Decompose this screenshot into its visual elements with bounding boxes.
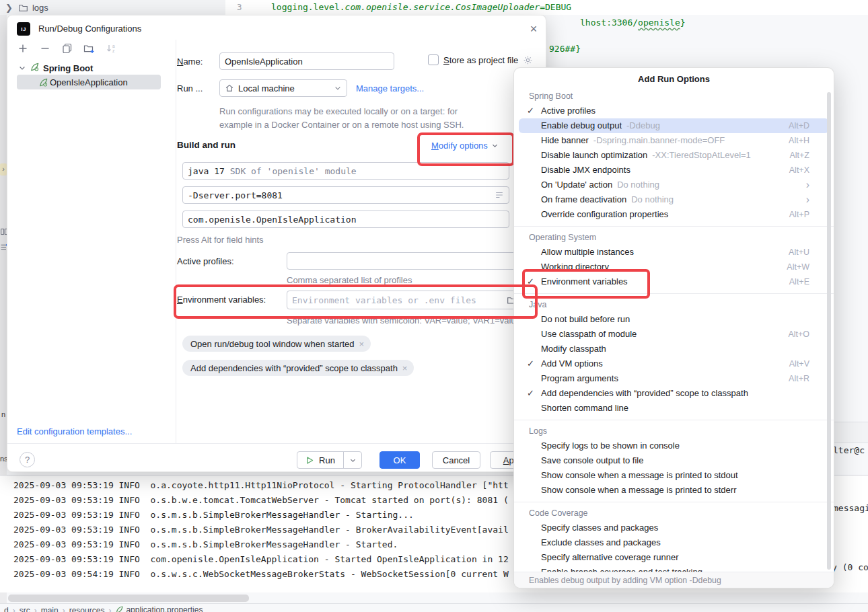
menu-item[interactable]: Working directoryAlt+W: [519, 260, 829, 274]
menu-item[interactable]: Shorten command line: [519, 401, 829, 416]
menu-item[interactable]: ✓Add VM optionsAlt+V: [519, 356, 829, 371]
menu-item-shortcut: Alt+U: [789, 245, 809, 260]
active-profiles-input[interactable]: [287, 252, 519, 270]
chevron-down-icon[interactable]: [18, 64, 26, 72]
option-chip[interactable]: Open run/debug tool window when started×: [182, 336, 371, 352]
remove-configuration-button[interactable]: [39, 43, 50, 54]
run-target-select[interactable]: Local machine: [219, 79, 347, 97]
menu-item[interactable]: Exclude classes and packages: [519, 535, 829, 550]
jre-field[interactable]: java 17SDK of 'openisle' module: [182, 162, 509, 180]
menu-item-label: Do not build before run: [541, 312, 630, 327]
panel-separator: [176, 40, 176, 443]
menu-item[interactable]: Show console when a message is printed t…: [519, 483, 829, 498]
menu-item-label: Enable debug output: [541, 118, 622, 133]
menu-item-shortcut: Alt+V: [789, 356, 809, 371]
menu-section-header: Java: [519, 298, 829, 312]
console-fragment: lter@c: [833, 445, 865, 455]
edit-configuration-templates-link[interactable]: Edit configuration templates...: [17, 426, 132, 436]
modify-options-link[interactable]: Modify options: [431, 141, 499, 151]
menu-item[interactable]: On frame deactivationDo nothing›: [519, 192, 829, 207]
menu-item-detail: Do nothing: [617, 178, 659, 192]
menu-item[interactable]: ✓Active profiles: [519, 104, 829, 118]
name-input[interactable]: OpenIsleApplication: [219, 52, 394, 70]
cancel-button[interactable]: Cancel: [432, 451, 480, 469]
menu-item[interactable]: Program argumentsAlt+R: [519, 371, 829, 386]
editor-code-fragment: 926##}: [549, 44, 581, 54]
add-configuration-button[interactable]: [17, 43, 28, 54]
todo-list-icon[interactable]: [0, 242, 7, 254]
ide-window: ❯ logs 3 logging.level.com.openisle.serv…: [0, 0, 868, 612]
menu-item-label: Working directory: [541, 260, 609, 274]
checkmark-icon: ✓: [527, 104, 534, 118]
menu-item[interactable]: Specify alternative coverage runner: [519, 550, 829, 565]
copy-configuration-button[interactable]: [61, 43, 73, 54]
breadcrumb-item[interactable]: src: [20, 606, 30, 612]
checkmark-icon: ✓: [527, 386, 534, 401]
house-icon: [225, 83, 234, 93]
breadcrumb-item[interactable]: main: [41, 606, 59, 612]
console-line: 2025-09-03 09:53:19 INFO o.s.m.s.b.Simpl…: [13, 523, 509, 537]
environment-variables-input[interactable]: Environment variables or .env files: [287, 291, 522, 309]
editor-code-line: logging.level.com.openisle.service.CosIm…: [271, 2, 571, 12]
menu-item-shortcut: Alt+W: [787, 260, 809, 274]
run-button[interactable]: Run: [297, 451, 362, 469]
vertical-scrollbar[interactable]: [827, 92, 831, 570]
menu-item-label: Environment variables: [541, 274, 628, 289]
store-checkbox[interactable]: [428, 54, 439, 65]
folder-icon: [18, 3, 28, 13]
main-class-field[interactable]: com.openisle.OpenIsleApplication: [182, 211, 509, 228]
menu-item[interactable]: ✓Environment variablesAlt+E: [519, 274, 829, 289]
run-dropdown-chevron-icon[interactable]: [343, 452, 361, 468]
checkmark-icon: ✓: [527, 356, 534, 371]
menu-item[interactable]: Override configuration propertiesAlt+P: [519, 207, 829, 222]
menu-item[interactable]: Disable launch optimization-XX:TieredSto…: [519, 148, 829, 163]
remove-chip-icon[interactable]: ×: [359, 339, 365, 349]
close-icon[interactable]: ×: [526, 21, 542, 37]
menu-item[interactable]: Save console output to file: [519, 453, 829, 468]
menu-item[interactable]: Modify classpath: [519, 342, 829, 356]
menu-section: Operating SystemAllow multiple instances…: [514, 226, 834, 289]
menu-item[interactable]: On 'Update' actionDo nothing›: [519, 178, 829, 192]
breadcrumb-item[interactable]: application.properties: [115, 605, 203, 612]
vm-options-field[interactable]: -Dserver.port=8081: [182, 186, 509, 204]
menu-item-label: On frame deactivation: [541, 192, 626, 207]
manage-targets-link[interactable]: Manage targets...: [356, 83, 424, 93]
menu-item[interactable]: ✓Add dependencies with “provided” scope …: [519, 386, 829, 401]
expand-field-icon[interactable]: [495, 190, 504, 200]
menu-item[interactable]: Disable JMX endpointsAlt+X: [519, 163, 829, 178]
tree-item-openisleapplication[interactable]: OpenIsleApplication: [17, 75, 161, 89]
book-icon[interactable]: [0, 227, 7, 239]
option-chip[interactable]: Add dependencies with “provided” scope t…: [182, 360, 414, 376]
store-checkbox-label: Store as project file: [443, 55, 518, 65]
stripe-chevron-icon[interactable]: ›: [0, 163, 7, 176]
line-number: 3: [237, 2, 242, 12]
console-line: 2025-09-03 09:53:19 INFO o.s.m.s.b.Simpl…: [13, 508, 414, 523]
horizontal-scrollbar[interactable]: [8, 595, 249, 602]
ok-button[interactable]: OK: [379, 451, 420, 469]
breadcrumb-item[interactable]: resources: [69, 606, 105, 612]
menu-item[interactable]: Show console when a message is printed t…: [519, 468, 829, 483]
menu-item-label: Allow multiple instances: [541, 245, 634, 260]
breadcrumb-item[interactable]: d: [4, 606, 9, 612]
gear-icon[interactable]: [523, 55, 533, 65]
menu-item-shortcut: Alt+D: [789, 118, 809, 133]
help-icon[interactable]: ?: [20, 452, 35, 467]
menu-item[interactable]: Hide banner-Dspring.main.banner-mode=OFF…: [519, 133, 829, 148]
menu-item[interactable]: Use classpath of moduleAlt+O: [519, 327, 829, 342]
breadcrumb[interactable]: d›src›main›resources›application.propert…: [4, 605, 203, 612]
menu-item-label: On 'Update' action: [541, 178, 612, 192]
menu-item-label: Add VM options: [541, 356, 603, 371]
menu-item[interactable]: Enable debug output-DdebugAlt+D: [519, 118, 829, 133]
sort-configurations-button[interactable]: az: [106, 43, 117, 54]
menu-item[interactable]: Specify logs to be shown in console: [519, 438, 829, 453]
project-tree-row[interactable]: ❯ logs: [0, 0, 225, 15]
menu-item-label: Modify classpath: [541, 342, 606, 356]
new-folder-button[interactable]: [83, 43, 95, 54]
expand-chevron-icon[interactable]: ❯: [5, 3, 13, 13]
remove-chip-icon[interactable]: ×: [402, 363, 408, 373]
menu-item[interactable]: Do not build before run: [519, 312, 829, 327]
tree-group-spring-boot[interactable]: Spring Boot: [18, 61, 93, 75]
menu-item-label: Specify alternative coverage runner: [541, 550, 679, 565]
menu-item[interactable]: Allow multiple instancesAlt+U: [519, 245, 829, 260]
menu-item[interactable]: Specify classes and packages: [519, 521, 829, 535]
